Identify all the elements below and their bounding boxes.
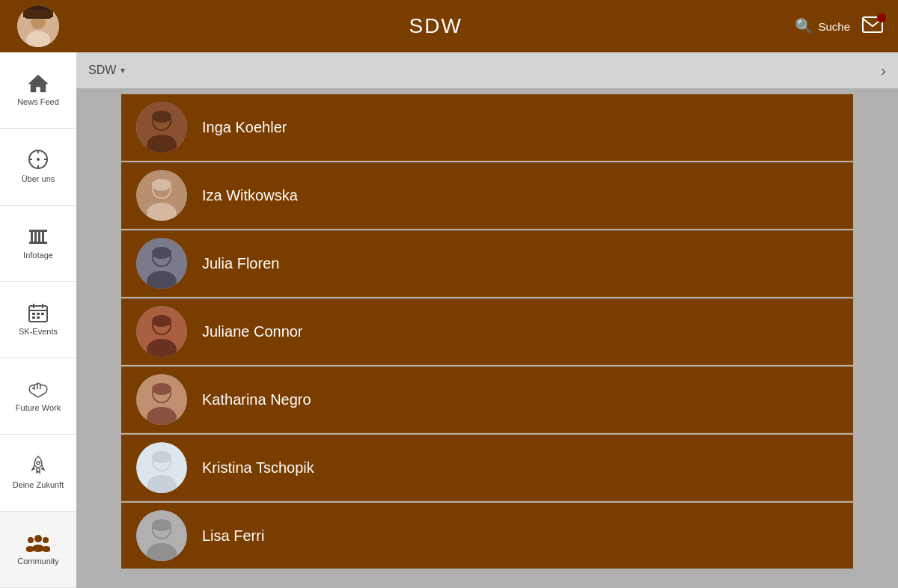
- svg-point-60: [152, 383, 171, 395]
- svg-rect-4: [23, 10, 53, 17]
- mail-button[interactable]: [862, 13, 886, 39]
- search-button[interactable]: 🔍 Suche: [795, 17, 850, 35]
- user-avatar[interactable]: [17, 5, 59, 47]
- people-icon: [26, 533, 50, 552]
- content-area: SDW ▾ › Inga Koehler: [76, 52, 898, 588]
- svg-point-65: [152, 451, 171, 463]
- app-title: SDW: [76, 14, 795, 38]
- header-actions: 🔍 Suche: [795, 13, 898, 39]
- top-header: SDW 🔍 Suche: [0, 0, 898, 52]
- sidebar-item-sk-events[interactable]: SK-Events: [0, 282, 76, 358]
- sidebar-label-news-feed: News Feed: [17, 97, 59, 107]
- chevron-down-icon: ▾: [120, 65, 125, 76]
- sub-header-arrow-icon[interactable]: ›: [881, 62, 886, 79]
- member-item[interactable]: Katharina Negro: [121, 367, 853, 433]
- member-avatar: [136, 102, 187, 153]
- member-name: Julia Floren: [202, 255, 279, 272]
- svg-point-6: [877, 13, 886, 22]
- member-avatar: [136, 442, 187, 493]
- member-name: Kristina Tschopik: [202, 459, 314, 477]
- member-item[interactable]: Julia Floren: [121, 230, 853, 297]
- rocket-icon: [28, 455, 48, 476]
- header-left: [0, 5, 76, 47]
- svg-point-45: [152, 179, 171, 191]
- sidebar: News Feed Über uns: [0, 52, 76, 588]
- member-avatar: [136, 238, 187, 289]
- svg-rect-26: [41, 313, 44, 315]
- svg-point-34: [43, 537, 49, 543]
- member-name: Inga Koehler: [202, 119, 287, 136]
- svg-point-70: [152, 519, 171, 531]
- calendar-icon: [28, 303, 48, 322]
- sub-header-title-text: SDW: [88, 64, 116, 77]
- sidebar-label-sk-events: SK-Events: [19, 327, 58, 337]
- pillars-icon: [28, 227, 49, 246]
- sub-header-title-btn[interactable]: SDW ▾: [88, 64, 125, 77]
- member-avatar: [136, 374, 187, 425]
- member-name: Juliane Connor: [202, 323, 303, 340]
- sidebar-item-news-feed[interactable]: News Feed: [0, 52, 76, 129]
- sidebar-item-deine-zukunft[interactable]: Deine Zukunft: [0, 435, 76, 511]
- member-item[interactable]: Iza Witkowska: [121, 162, 853, 229]
- sidebar-label-future-work: Future Work: [16, 403, 61, 413]
- member-item[interactable]: Juliane Connor: [121, 298, 853, 365]
- sidebar-item-future-work[interactable]: Future Work: [0, 358, 76, 435]
- search-icon: 🔍: [795, 17, 813, 35]
- svg-rect-14: [29, 242, 47, 244]
- svg-point-9: [37, 158, 40, 161]
- member-item[interactable]: Inga Koehler: [121, 94, 853, 161]
- main-layout: News Feed Über uns: [0, 52, 898, 588]
- sub-header: SDW ▾ ›: [76, 52, 898, 88]
- sidebar-label-community: Community: [17, 557, 59, 566]
- member-avatar: [136, 170, 187, 221]
- svg-rect-18: [38, 232, 40, 242]
- sidebar-item-infotage[interactable]: Infotage: [0, 206, 76, 282]
- member-name: Lisa Ferri: [202, 527, 264, 545]
- svg-rect-28: [37, 316, 40, 319]
- svg-point-29: [37, 462, 40, 465]
- svg-point-55: [152, 315, 171, 327]
- hands-icon: [27, 379, 49, 399]
- sidebar-item-ueber-uns[interactable]: Über uns: [0, 129, 76, 205]
- sidebar-label-infotage: Infotage: [23, 251, 53, 260]
- svg-rect-15: [29, 230, 47, 232]
- svg-point-50: [152, 247, 171, 259]
- member-avatar: [136, 306, 187, 357]
- member-item[interactable]: Lisa Ferri: [121, 503, 853, 569]
- svg-point-40: [152, 111, 171, 123]
- svg-rect-16: [31, 232, 33, 242]
- svg-rect-24: [32, 313, 35, 315]
- svg-marker-7: [28, 75, 48, 92]
- svg-rect-19: [42, 232, 44, 242]
- sidebar-item-community[interactable]: Community: [0, 512, 76, 588]
- member-avatar: [136, 510, 187, 561]
- member-item[interactable]: Kristina Tschopik: [121, 435, 853, 501]
- sidebar-label-deine-zukunft: Deine Zukunft: [13, 480, 64, 490]
- sidebar-label-ueber-uns: Über uns: [22, 174, 55, 184]
- svg-point-32: [28, 537, 34, 543]
- home-icon: [28, 73, 49, 93]
- svg-rect-27: [32, 316, 35, 319]
- svg-rect-25: [37, 313, 40, 315]
- compass-icon: [28, 149, 49, 170]
- member-name: Iza Witkowska: [202, 187, 298, 204]
- member-name: Katharina Negro: [202, 391, 311, 408]
- members-list: Inga Koehler Iza Witkowska: [76, 88, 898, 588]
- search-label: Suche: [818, 20, 850, 33]
- svg-rect-17: [34, 232, 37, 242]
- svg-point-30: [34, 535, 42, 542]
